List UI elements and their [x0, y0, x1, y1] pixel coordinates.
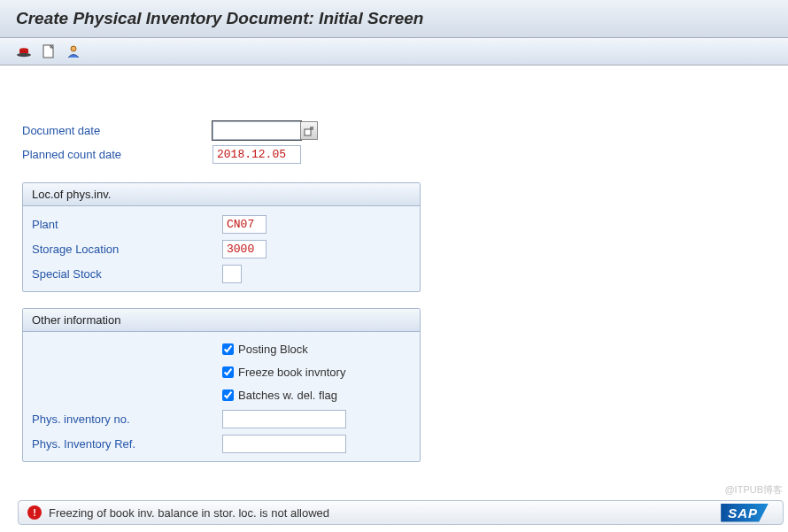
posting-block-checkbox[interactable] — [222, 343, 234, 355]
plant-label: Plant — [32, 218, 222, 231]
batches-del-label: Batches w. del. flag — [238, 389, 337, 402]
loc-panel-title: Loc.of phys.inv. — [23, 183, 420, 206]
svg-point-5 — [71, 46, 76, 51]
document-icon[interactable] — [41, 43, 57, 59]
watermark: @ITPUB博客 — [724, 483, 783, 497]
status-bar: ! Freezing of book inv. balance in stor.… — [18, 500, 784, 525]
page-title: Create Physical Inventory Document: Init… — [16, 9, 772, 28]
sap-logo: SAP — [721, 504, 769, 522]
other-panel-title: Other information — [23, 309, 420, 332]
phys-inv-no-label: Phys. inventory no. — [32, 412, 222, 426]
planned-count-date-label: Planned count date — [22, 148, 212, 161]
person-icon[interactable] — [66, 43, 81, 59]
document-date-input[interactable] — [212, 121, 301, 140]
phys-inv-ref-label: Phys. Inventory Ref. — [32, 437, 222, 451]
document-date-label: Document date — [22, 124, 212, 137]
title-bar: Create Physical Inventory Document: Init… — [0, 0, 788, 38]
posting-block-label: Posting Block — [238, 343, 308, 356]
planned-count-date-row: Planned count date — [22, 143, 766, 166]
toolbar — [0, 38, 788, 66]
storage-location-label: Storage Location — [32, 243, 222, 256]
document-date-row: Document date — [22, 119, 766, 143]
batches-del-checkbox[interactable] — [222, 389, 234, 401]
status-message: Freezing of book inv. balance in stor. l… — [49, 506, 329, 520]
other-panel: Other information Posting Block Freeze b… — [22, 308, 421, 462]
content-area: Document date Planned count date Loc.of … — [0, 66, 788, 485]
plant-input[interactable] — [222, 215, 267, 234]
svg-rect-2 — [19, 50, 28, 53]
special-stock-label: Special Stock — [32, 267, 222, 281]
storage-location-input[interactable] — [222, 240, 267, 258]
hat-icon[interactable] — [16, 43, 32, 59]
planned-count-date-input[interactable] — [212, 145, 301, 164]
error-icon: ! — [27, 505, 42, 520]
special-stock-input[interactable] — [222, 265, 242, 283]
svg-point-0 — [17, 53, 31, 57]
svg-rect-7 — [305, 129, 311, 135]
loc-panel: Loc.of phys.inv. Plant Storage Location … — [22, 182, 421, 292]
freeze-book-checkbox[interactable] — [222, 366, 234, 378]
date-picker-icon[interactable] — [300, 121, 318, 140]
phys-inv-no-input[interactable] — [222, 410, 346, 428]
phys-inv-ref-input[interactable] — [222, 435, 346, 453]
freeze-book-label: Freeze book invntory — [238, 366, 345, 379]
